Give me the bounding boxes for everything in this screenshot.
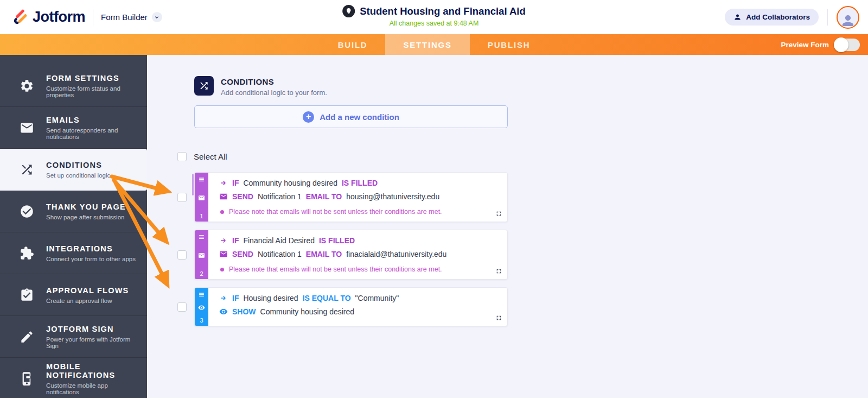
doc-check-icon: [20, 288, 34, 302]
expand-icon[interactable]: [495, 210, 502, 217]
preview-form-toggle[interactable]: [835, 39, 860, 51]
condition-text: housing@thatuniversity.edu: [346, 192, 439, 201]
person-icon: [840, 12, 856, 29]
condition-card-3[interactable]: 3IFHousing desiredIS EQUAL TO"Community"…: [194, 287, 508, 326]
condition-text: Community housing desired: [243, 179, 337, 187]
person-icon: [733, 13, 742, 21]
sidebar-item-form-settings[interactable]: FORM SETTINGSCustomize form status and p…: [0, 65, 147, 107]
sidebar-item-jotform-sign[interactable]: JOTFORM SIGNPower your forms with Jotfor…: [0, 316, 147, 358]
condition-drag-rail[interactable]: 2: [195, 230, 208, 279]
sidebar-item-emails[interactable]: EMAILSSend autoresponders and notificati…: [0, 107, 147, 149]
condition-card-2[interactable]: 2IFFinancial Aid DesiredIS FILLEDSENDNot…: [194, 230, 508, 280]
condition-text: EMAIL TO: [306, 250, 342, 258]
sidebar-item-desc: Create an approval flow: [46, 298, 129, 304]
select-all-checkbox[interactable]: [177, 152, 187, 161]
app-header: Jotform Form Builder Student Housing and…: [0, 0, 868, 34]
tab-publish[interactable]: PUBLISH: [470, 34, 548, 55]
sidebar-item-desc: Power your forms with Jotform Sign: [46, 336, 139, 349]
sidebar-item-thank-you-page[interactable]: THANK YOU PAGEShow page after submission: [0, 191, 147, 232]
condition-text: finacialaid@thatuniversity.edu: [346, 250, 446, 258]
toggle-knob: [834, 37, 848, 52]
arrow-right-icon: [219, 179, 228, 187]
condition-number: 2: [200, 270, 203, 277]
mail-icon: [20, 121, 34, 135]
condition-text: IS FILLED: [319, 236, 355, 245]
expand-icon[interactable]: [495, 314, 502, 321]
sidebar-item-label: APPROVAL FLOWS: [46, 286, 129, 295]
condition-1-checkbox[interactable]: [177, 193, 187, 202]
pen-icon: [20, 330, 34, 344]
sidebar-item-desc: Connect your form to other apps: [46, 256, 136, 262]
section-title: CONDITIONS: [221, 76, 327, 86]
condition-text: SEND: [232, 250, 253, 258]
condition-text: SHOW: [232, 307, 256, 316]
sidebar-item-conditions[interactable]: CONDITIONSSet up conditional logic: [0, 149, 147, 191]
mail-icon: [198, 252, 205, 259]
sidebar-item-label: CONDITIONS: [46, 161, 110, 169]
condition-text: IS FILLED: [342, 179, 378, 187]
section-subtitle: Add conditional logic to your form.: [221, 89, 327, 97]
expand-icon[interactable]: [495, 268, 502, 275]
condition-2-checkbox[interactable]: [177, 250, 187, 260]
condition-number: 1: [200, 213, 203, 219]
condition-text: Housing desired: [243, 294, 298, 302]
sidebar-item-label: INTEGRATIONS: [46, 244, 136, 253]
condition-card-1[interactable]: 1IFCommunity housing desiredIS FILLEDSEN…: [194, 172, 508, 222]
sidebar-item-approval-flows[interactable]: APPROVAL FLOWSCreate an approval flow: [0, 274, 147, 316]
avatar[interactable]: [837, 6, 859, 29]
condition-text: IF: [232, 236, 239, 245]
shuffle-icon: [20, 162, 34, 177]
arrow-right-icon: [219, 294, 228, 302]
sidebar-item-label: MOBILE NOTIFICATIONS: [46, 362, 139, 380]
note-dot-icon: [220, 210, 224, 214]
phone-icon: [20, 371, 34, 386]
condition-text: Notification 1: [258, 192, 302, 201]
form-title[interactable]: Student Housing and Financial Aid: [360, 5, 526, 17]
sidebar-item-desc: Send autoresponders and notifications: [46, 127, 139, 140]
header-divider: [827, 9, 828, 26]
condition-text: IS EQUAL TO: [303, 294, 351, 302]
condition-note: Please note that emails will not be sent…: [229, 208, 442, 216]
sidebar-item-desc: Customize form status and properties: [46, 85, 139, 98]
conditions-list: 1IFCommunity housing desiredIS FILLEDSEN…: [147, 172, 868, 326]
add-condition-button[interactable]: + Add a new condition: [194, 105, 508, 128]
jotform-logo[interactable]: Jotform: [12, 9, 85, 26]
select-all-label: Select All: [194, 152, 227, 161]
sidebar-item-integrations[interactable]: INTEGRATIONSConnect your form to other a…: [0, 232, 147, 274]
tab-settings[interactable]: SETTINGS: [385, 34, 469, 55]
product-switcher[interactable]: Form Builder: [101, 12, 162, 22]
conditions-badge: [194, 76, 214, 96]
sidebar-item-label: THANK YOU PAGE: [46, 203, 126, 211]
note-dot-icon: [220, 268, 224, 271]
mail-icon: [219, 192, 228, 201]
mail-icon: [198, 194, 205, 201]
tab-build[interactable]: BUILD: [320, 34, 386, 55]
condition-text: Community housing desired: [260, 307, 355, 316]
condition-row: 3IFHousing desiredIS EQUAL TO"Community"…: [147, 287, 868, 326]
condition-text: SEND: [232, 192, 253, 201]
add-collaborators-button[interactable]: Add Collaborators: [725, 9, 819, 26]
condition-row: 1IFCommunity housing desiredIS FILLEDSEN…: [147, 172, 868, 222]
sidebar-item-desc: Show page after submission: [46, 214, 126, 220]
condition-text: Notification 1: [258, 250, 302, 258]
eye-icon: [198, 304, 205, 311]
condition-text: IF: [232, 179, 239, 187]
mail-icon: [219, 250, 228, 258]
sidebar-item-label: EMAILS: [46, 116, 139, 124]
condition-drag-rail[interactable]: 3: [195, 288, 208, 326]
main-nav: BUILDSETTINGSPUBLISH Preview Form: [0, 34, 868, 55]
save-status: All changes saved at 9:48 AM: [342, 20, 526, 27]
puzzle-icon: [20, 246, 34, 261]
product-name: Form Builder: [101, 12, 148, 22]
drag-handle-icon: [198, 176, 205, 183]
sidebar-item-label: FORM SETTINGS: [46, 74, 139, 83]
condition-note: Please note that emails will not be sent…: [229, 266, 442, 273]
condition-drag-rail[interactable]: 1: [195, 173, 208, 222]
sidebar-item-mobile-notifications[interactable]: MOBILE NOTIFICATIONSCustomize mobile app…: [0, 358, 147, 398]
condition-3-checkbox[interactable]: [177, 302, 187, 312]
nav-tabs: BUILDSETTINGSPUBLISH: [320, 34, 548, 55]
condition-row: 2IFFinancial Aid DesiredIS FILLEDSENDNot…: [147, 230, 868, 280]
sidebar-item-desc: Customize mobile app notifications: [46, 382, 139, 395]
sidebar-item-label: JOTFORM SIGN: [46, 325, 139, 333]
header-divider: [93, 9, 93, 26]
